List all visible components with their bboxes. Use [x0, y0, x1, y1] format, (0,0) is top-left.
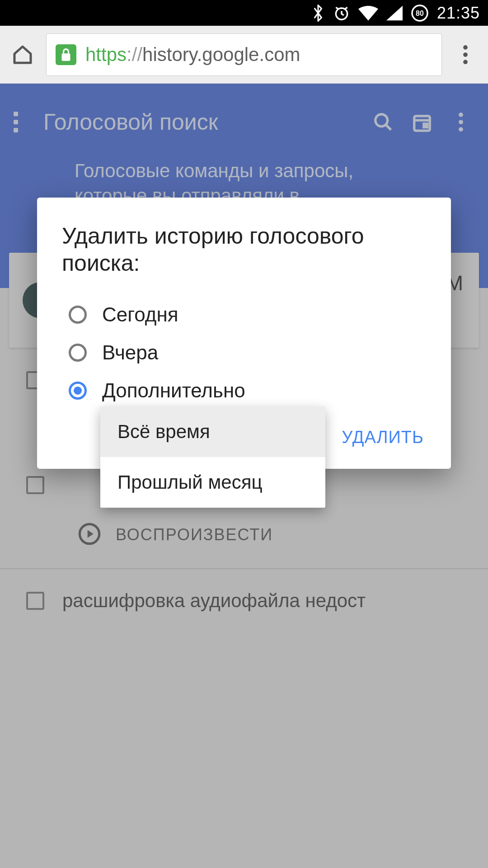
lock-icon [56, 44, 76, 65]
battery-icon: 80 [411, 4, 429, 22]
radio-group: Сегодня Вчера Дополнительно [37, 277, 451, 410]
radio-option-today[interactable]: Сегодня [69, 296, 451, 334]
radio-option-yesterday[interactable]: Вчера [69, 334, 451, 372]
delete-button[interactable]: УДАЛИТЬ [342, 428, 424, 447]
radio-icon [69, 344, 87, 362]
radio-label: Дополнительно [102, 379, 245, 402]
radio-label: Сегодня [102, 303, 178, 326]
browser-toolbar: https://history.google.com [0, 26, 488, 84]
status-bar: 80 21:35 [0, 0, 488, 26]
url-separator: :// [127, 44, 142, 65]
svg-point-5 [463, 60, 468, 64]
radio-icon [69, 306, 87, 324]
browser-more-button[interactable] [452, 41, 479, 68]
url-bar[interactable]: https://history.google.com [46, 33, 442, 76]
radio-option-advanced[interactable]: Дополнительно [69, 372, 451, 410]
svg-point-3 [463, 45, 468, 50]
home-button[interactable] [9, 41, 36, 68]
alarm-icon [333, 5, 350, 22]
url-protocol: https [85, 44, 127, 65]
battery-pct: 80 [416, 9, 424, 17]
svg-rect-2 [61, 53, 70, 61]
dropdown-item-all-time[interactable]: Всё время [100, 406, 325, 457]
url-text: https://history.google.com [85, 44, 300, 66]
bluetooth-icon [311, 4, 325, 22]
dialog-title: Удалить историю голосового поиска: [37, 222, 451, 277]
radio-label: Вчера [102, 341, 158, 364]
dropdown-item-label: Всё время [117, 421, 210, 443]
cell-signal-icon [386, 5, 403, 21]
radio-icon [69, 382, 87, 400]
status-icons: 80 [311, 4, 429, 22]
svg-point-4 [463, 52, 468, 57]
dropdown-item-label: Прошлый месяц [117, 472, 262, 493]
url-host: history.google.com [142, 44, 300, 65]
status-time: 21:35 [437, 4, 480, 23]
time-range-dropdown: Всё время Прошлый месяц [100, 406, 325, 508]
wifi-icon [358, 5, 378, 21]
dropdown-item-last-month[interactable]: Прошлый месяц [100, 457, 325, 508]
